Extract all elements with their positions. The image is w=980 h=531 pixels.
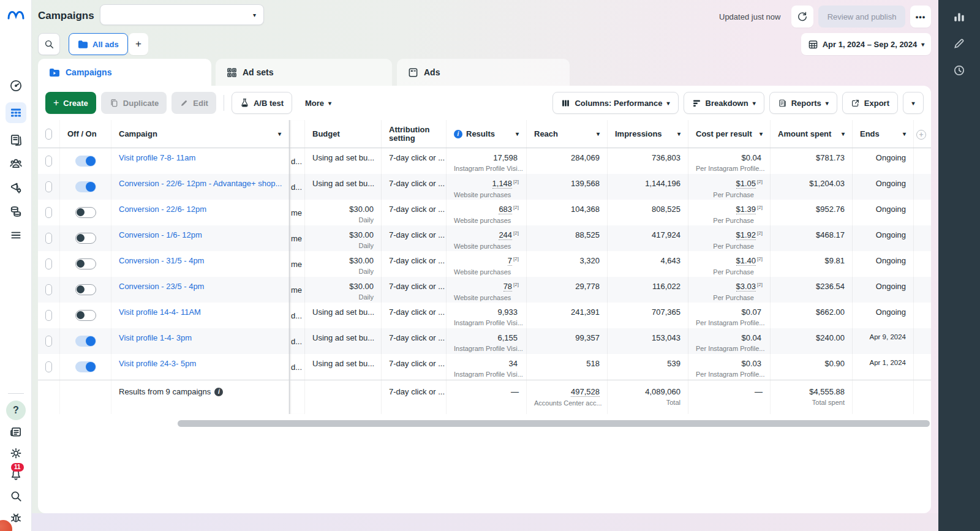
budget-cell: $30.00Daily xyxy=(305,200,382,225)
campaign-link[interactable]: Conversion - 31/5 - 4pm xyxy=(119,255,281,265)
bid-strategy-fragment: d... xyxy=(289,328,305,354)
rail-performance-button[interactable] xyxy=(947,9,971,24)
page-title: Campaigns xyxy=(38,10,94,22)
bug-icon xyxy=(9,511,23,524)
table-row[interactable]: Conversion - 31/5 - 4pm me $30.00Daily 7… xyxy=(38,251,931,277)
all-ads-filter[interactable]: All ads xyxy=(69,33,128,55)
campaign-toggle[interactable] xyxy=(75,336,96,347)
updates-button[interactable] xyxy=(6,424,26,439)
row-checkbox[interactable] xyxy=(45,233,52,244)
rail-edit-button[interactable] xyxy=(947,36,971,51)
global-search-button[interactable] xyxy=(6,489,26,503)
campaign-link[interactable]: Conversion - 23/5 - 4pm xyxy=(119,281,281,291)
ab-test-button[interactable]: A/B test xyxy=(232,92,292,114)
header-reach[interactable]: Reach▾ xyxy=(527,120,608,148)
account-dropdown[interactable]: ▾ xyxy=(100,4,264,25)
row-checkbox[interactable] xyxy=(45,284,52,295)
campaign-toggle[interactable] xyxy=(75,284,96,295)
date-range-value: Apr 1, 2024 – Sep 2, 2024 xyxy=(823,40,918,49)
export-options-button[interactable]: ▾ xyxy=(903,92,924,114)
campaign-toggle[interactable] xyxy=(75,361,96,372)
table-row[interactable]: Visit profile 7-8- 11am d... Using ad se… xyxy=(38,148,931,174)
table-row[interactable]: Conversion - 1/6- 12pm me $30.00Daily 7-… xyxy=(38,225,931,251)
more-button[interactable]: More ▾ xyxy=(297,92,339,114)
campaign-link[interactable]: Visit profile 14-4- 11AM xyxy=(119,306,281,317)
breakdown-label: Breakdown xyxy=(706,99,748,108)
campaign-toggle[interactable] xyxy=(75,258,96,269)
sidebar-item-advertise[interactable] xyxy=(6,180,26,195)
sidebar-item-campaigns[interactable] xyxy=(6,102,26,123)
row-checkbox[interactable] xyxy=(45,181,52,192)
header-impressions[interactable]: Impressions▾ xyxy=(608,120,688,148)
tab-ad-sets[interactable]: Ad sets xyxy=(216,59,392,86)
campaign-toggle[interactable] xyxy=(75,207,96,218)
campaign-link[interactable]: Conversion - 22/6- 12pm - Advantage+ sho… xyxy=(119,178,281,188)
header-campaign[interactable]: Campaign▾ xyxy=(111,120,289,148)
header-results[interactable]: iResults▾ xyxy=(447,120,527,148)
info-icon[interactable]: i xyxy=(214,388,223,396)
row-checkbox[interactable] xyxy=(45,336,52,347)
budget-cell: $30.00Daily xyxy=(305,277,382,303)
table-row[interactable]: Visit profile 14-4- 11AM d... Using ad s… xyxy=(38,303,931,328)
table-row[interactable]: Conversion - 23/5 - 4pm me $30.00Daily 7… xyxy=(38,277,931,303)
search-filter-button[interactable] xyxy=(38,33,60,55)
reports-button[interactable]: Reports ▾ xyxy=(769,92,837,114)
campaign-toggle[interactable] xyxy=(75,181,96,192)
sidebar-item-audiences[interactable] xyxy=(6,156,26,171)
row-checkbox[interactable] xyxy=(45,310,52,321)
breakdown-button[interactable]: Breakdown ▾ xyxy=(684,92,764,114)
campaign-link[interactable]: Visit profile 7-8- 11am xyxy=(119,152,281,162)
results-cell: 7[2]Website purchases xyxy=(447,251,527,277)
row-checkbox[interactable] xyxy=(45,258,52,269)
horizontal-scrollbar-thumb[interactable] xyxy=(178,420,930,427)
table-row[interactable]: Conversion - 22/6- 12pm - Advantage+ sho… xyxy=(38,174,931,200)
columns-button[interactable]: Columns: Performance ▾ xyxy=(552,92,678,114)
refresh-button[interactable] xyxy=(791,6,813,28)
add-filter-tab-button[interactable]: + xyxy=(129,33,148,55)
campaign-link[interactable]: Visit profile 1-4- 3pm xyxy=(119,332,281,342)
help-button[interactable]: ? xyxy=(6,403,26,418)
ellipsis-icon: ••• xyxy=(916,12,926,21)
sidebar-item-ads-reporting[interactable] xyxy=(6,132,26,147)
help-icon: ? xyxy=(6,401,26,420)
table-body: Visit profile 7-8- 11am d... Using ad se… xyxy=(38,148,931,380)
row-checkbox[interactable] xyxy=(45,207,52,218)
add-column-icon[interactable]: + xyxy=(916,130,926,140)
create-button[interactable]: + Create xyxy=(45,92,96,114)
sidebar-item-all-tools[interactable] xyxy=(6,228,26,243)
tab-ads[interactable]: Ads xyxy=(397,59,570,86)
select-all-checkbox[interactable] xyxy=(45,129,52,140)
table-row[interactable]: Visit profile 24-3- 5pm d... Using ad se… xyxy=(38,354,931,380)
budget-cell: Using ad set bu... xyxy=(305,148,382,174)
header-budget[interactable]: Budget xyxy=(305,120,382,148)
sidebar-item-billing[interactable] xyxy=(6,204,26,219)
campaign-link[interactable]: Visit profile 24-3- 5pm xyxy=(119,358,281,368)
header-attribution[interactable]: Attribution setting xyxy=(382,120,447,148)
meta-logo-icon[interactable] xyxy=(7,9,25,22)
table-row[interactable]: Visit profile 1-4- 3pm d... Using ad set… xyxy=(38,328,931,354)
duplicate-button[interactable]: Duplicate xyxy=(101,92,167,114)
settings-button[interactable] xyxy=(6,446,26,461)
more-menu-button[interactable]: ••• xyxy=(910,6,931,28)
notifications-button[interactable]: 11 xyxy=(6,467,26,482)
tab-campaigns[interactable]: Campaigns xyxy=(38,59,211,86)
info-icon[interactable]: i xyxy=(454,130,462,138)
table-row[interactable]: Conversion - 22/6- 12pm me $30.00Daily 7… xyxy=(38,200,931,225)
campaign-toggle[interactable] xyxy=(75,156,96,167)
export-button[interactable]: Export xyxy=(842,92,898,114)
campaign-toggle[interactable] xyxy=(75,310,96,321)
grid-squares-icon xyxy=(227,67,237,78)
edit-button[interactable]: Edit xyxy=(172,92,216,114)
header-cost-per-result[interactable]: Cost per result▾ xyxy=(688,120,771,148)
campaign-link[interactable]: Conversion - 22/6- 12pm xyxy=(119,203,281,214)
header-amount-spent[interactable]: Amount spent▾ xyxy=(771,120,853,148)
rail-history-button[interactable] xyxy=(947,62,971,78)
row-checkbox[interactable] xyxy=(45,156,52,167)
row-checkbox[interactable] xyxy=(45,361,52,372)
sidebar-item-overview[interactable] xyxy=(6,78,26,93)
review-publish-button[interactable]: Review and publish xyxy=(818,6,905,28)
campaign-toggle[interactable] xyxy=(75,233,96,244)
date-range-picker[interactable]: Apr 1, 2024 – Sep 2, 2024 ▾ xyxy=(801,33,931,55)
campaign-link[interactable]: Conversion - 1/6- 12pm xyxy=(119,229,281,239)
header-ends[interactable]: Ends▾ xyxy=(853,120,914,148)
